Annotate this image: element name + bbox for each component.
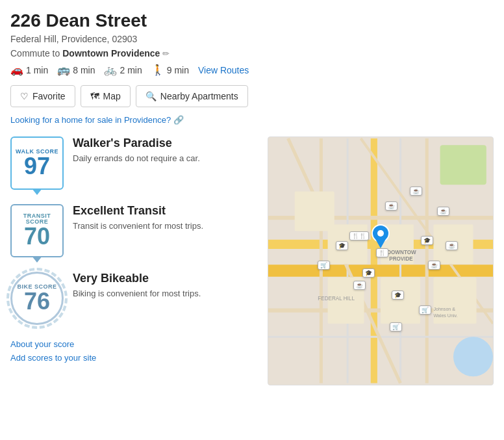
map-label: Map (103, 91, 121, 101)
shopping2-icon-badge: 🛒 (419, 305, 431, 315)
page-title: 226 Dean Street (10, 10, 494, 31)
coffee5-icon-badge: ☕ (428, 261, 440, 270)
car-transport: 🚗 1 min (10, 64, 48, 76)
car-icon: 🚗 (10, 64, 23, 76)
bike-score-number: 76 (24, 290, 50, 313)
bike-score-heading: Very Bikeable (73, 272, 201, 285)
food2-icon-badge: 🍴 (376, 248, 388, 257)
map-overlay: 🛒 🍴🍴 ☕ ☕ ☕ ☕ ☕ 🎓 🎓 🎓 🍴 🛒 🛒 🎓 ☕ (268, 137, 493, 385)
bike-score-badge: Bike Score 76 (10, 272, 64, 325)
nearby-label: Nearby Apartments (160, 91, 238, 101)
bus-transport: 🚌 8 min (57, 64, 95, 76)
map-button[interactable]: 🗺 Map (81, 85, 131, 107)
food-icon-badge: 🍴🍴 (349, 231, 369, 240)
walk-score-desc: Daily errands do not require a car. (73, 153, 200, 164)
edit-icon[interactable]: ✏ (162, 49, 170, 58)
svg-point-29 (377, 230, 384, 237)
add-scores-link[interactable]: Add scores to your site (10, 353, 257, 363)
shopping3-icon-badge: 🛒 (390, 322, 402, 331)
favorite-label: Favorite (32, 91, 66, 101)
bus-time: 8 min (73, 65, 95, 75)
school3-icon-badge: 🎓 (392, 291, 404, 300)
walk-icon: 🚶 (151, 64, 164, 76)
bus-icon: 🚌 (57, 64, 70, 76)
sale-link[interactable]: Looking for a home for sale in Providenc… (10, 115, 494, 125)
walk-score-badge: Walk Score 97 (10, 136, 64, 190)
svg-marker-28 (375, 238, 386, 248)
footer-links: About your score Add scores to your site (10, 339, 257, 363)
coffee6-icon-badge: ☕ (353, 281, 366, 290)
bike-icon: 🚲 (104, 64, 117, 76)
transit-score-badge: Transit Score 70 (10, 204, 64, 257)
bike-transport: 🚲 2 min (104, 64, 142, 76)
school4-icon-badge: 🎓 (421, 236, 433, 245)
about-score-link[interactable]: About your score (10, 339, 257, 349)
bike-time: 2 min (120, 65, 142, 75)
bike-score-block: Bike Score 76 Very Bikeable Biking is co… (10, 272, 257, 325)
walk-time: 9 min (167, 65, 189, 75)
car-time: 1 min (26, 65, 48, 75)
commute-destination-link[interactable]: Downtown Providence (62, 48, 160, 58)
external-link-icon: 🔗 (173, 115, 184, 125)
coffee-icon-badge: ☕ (385, 201, 397, 211)
sale-link-text: Looking for a home for sale in Providenc… (10, 115, 171, 125)
commute-line: Commute to Downtown Providence ✏ (10, 48, 494, 58)
bike-score-info: Very Bikeable Biking is convenient for m… (73, 272, 201, 300)
main-content: Walk Score 97 Walker's Paradise Daily er… (10, 136, 494, 385)
scores-column: Walk Score 97 Walker's Paradise Daily er… (10, 136, 257, 385)
walk-score-heading: Walker's Paradise (73, 136, 200, 150)
transport-row: 🚗 1 min 🚌 8 min 🚲 2 min 🚶 9 min View Rou… (10, 64, 494, 76)
coffee2-icon-badge: ☕ (410, 187, 422, 196)
shopping-icon-badge: 🛒 (318, 261, 330, 270)
school-icon-badge: 🎓 (336, 241, 348, 250)
map-container[interactable]: DOWNTOW PROVIDE FEDERAL HILL Johnson & W… (268, 136, 494, 385)
address-subtitle: Federal Hill, Providence, 02903 (10, 34, 494, 44)
action-buttons: ♡ Favorite 🗺 Map 🔍 Nearby Apartments (10, 85, 494, 107)
coffee4-icon-badge: ☕ (446, 241, 458, 250)
heart-icon: ♡ (20, 91, 29, 101)
walk-score-number: 97 (24, 155, 50, 178)
transit-score-block: Transit Score 70 Excellent Transit Trans… (10, 204, 257, 257)
walk-score-block: Walk Score 97 Walker's Paradise Daily er… (10, 136, 257, 190)
bike-score-desc: Biking is convenient for most trips. (73, 288, 201, 300)
walk-transport: 🚶 9 min (151, 64, 189, 76)
map-icon: 🗺 (90, 91, 99, 101)
transit-score-heading: Excellent Transit (73, 204, 203, 218)
main-location-pin (371, 224, 390, 251)
transit-score-info: Excellent Transit Transit is convenient … (73, 204, 203, 232)
nearby-apartments-button[interactable]: 🔍 Nearby Apartments (136, 85, 248, 107)
walk-score-info: Walker's Paradise Daily errands do not r… (73, 136, 200, 164)
favorite-button[interactable]: ♡ Favorite (10, 85, 75, 107)
school2-icon-badge: 🎓 (362, 268, 375, 278)
transit-score-desc: Transit is convenient for most trips. (73, 220, 203, 232)
search-icon: 🔍 (145, 91, 157, 101)
coffee3-icon-badge: ☕ (437, 207, 449, 216)
commute-prefix: Commute to (10, 48, 60, 58)
view-routes-link[interactable]: View Routes (198, 65, 249, 75)
transit-score-number: 70 (24, 225, 50, 248)
